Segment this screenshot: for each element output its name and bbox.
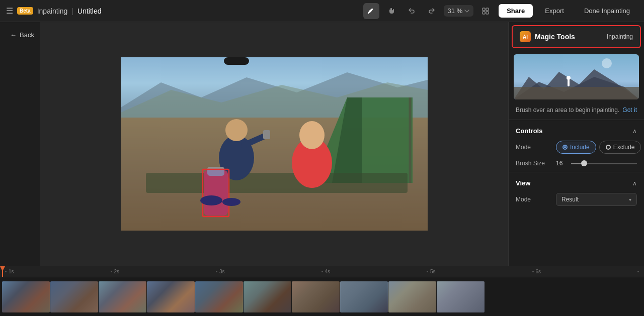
zoom-level: 31 % [448,7,463,15]
controls-collapse-icon[interactable]: ∧ [632,128,637,135]
select-arrow-icon: ▾ [629,197,631,202]
preview-svg [514,54,639,99]
thumb-5 [195,281,243,312]
brush-size-label: Brush Size [516,160,551,167]
ruler-label-6s: 6s [534,269,638,274]
export-button[interactable]: Export [537,4,572,18]
back-arrow-icon: ← [10,31,17,39]
thumb-strip [2,281,485,312]
exclude-mode-button[interactable]: Exclude [599,141,641,154]
svg-point-30 [602,58,612,68]
include-radio-dot [562,145,568,150]
doc-title: Untitled [77,7,101,15]
mode-buttons: Include Exclude [556,141,641,154]
divider-2 [509,172,644,172]
back-button[interactable]: ← Back [4,28,36,42]
right-panel: AI Magic Tools Inpainting [508,22,644,266]
brush-tool-button[interactable] [363,3,379,19]
magic-tools-left: AI Magic Tools [520,31,575,42]
timeline-area: 1s 2s 3s 4s 5s 6s [0,266,644,316]
magic-tools-label: Magic Tools [535,33,575,41]
brush-size-slider[interactable] [571,163,637,164]
app-title: Inpainting [37,7,68,15]
svg-rect-0 [482,8,485,11]
ruler-dot-6 [637,271,639,272]
brush-size-value: 16 [556,160,566,167]
instruction-text: Brush over an area to begin inpainting. [516,107,619,114]
exclude-label: Exclude [613,144,635,151]
svg-rect-22 [204,170,228,216]
view-mode-value: Result [561,196,579,203]
svg-rect-31 [568,79,570,86]
topbar-left: ☰ Beta Inpainting | Untitled [6,6,358,16]
brush-slider-thumb[interactable] [581,160,587,166]
thumb-4 [147,281,195,312]
include-label: Include [570,144,590,151]
view-mode-select[interactable]: Result ▾ [556,193,637,206]
got-it-link[interactable]: Got it [622,107,637,114]
svg-rect-12 [146,173,408,193]
scene-svg [121,57,428,231]
svg-point-32 [567,76,571,80]
preview-thumbnail [514,54,639,99]
topbar-center: 31 % [363,3,494,19]
view-mode-row: Mode Result ▾ [509,190,644,209]
svg-rect-1 [486,8,489,11]
thumb-8 [340,281,388,312]
top-bar: ☰ Beta Inpainting | Untitled 31 % [0,0,644,22]
back-label: Back [20,31,34,39]
thumb-1 [2,281,50,312]
divider-1 [509,120,644,120]
controls-title: Controls [516,127,542,135]
zoom-control[interactable]: 31 % [444,5,474,17]
mode-row: Mode Include Exclude [509,138,644,157]
timeline-ruler: 1s 2s 3s 4s 5s 6s [0,266,644,277]
brush-size-row: Brush Size 16 [509,157,644,170]
done-inpainting-button[interactable]: Done Inpainting [576,4,638,18]
thumb-9 [388,281,436,312]
view-collapse-icon[interactable]: ∧ [632,180,637,187]
svg-point-14 [225,119,248,141]
svg-rect-2 [482,12,485,14]
left-sidebar: ← Back [0,22,40,266]
svg-rect-3 [486,12,489,14]
undo-button[interactable] [404,3,420,19]
ruler-label-1s: 1s [7,269,111,274]
mode-label: Mode [516,144,551,151]
canvas-image [121,57,428,231]
svg-point-24 [200,195,222,205]
menu-icon[interactable]: ☰ [6,6,13,16]
timeline-track[interactable] [0,277,644,316]
view-title: View [516,179,530,187]
view-section-header: View ∧ [509,174,644,190]
thumb-3 [99,281,146,312]
main-layout: ← Back [0,22,644,266]
ruler-label-3s: 3s [217,269,321,274]
controls-section-header: Controls ∧ [509,122,644,138]
view-mode-label: Mode [516,196,551,203]
canvas-area[interactable] [40,22,508,266]
ruler-label-2s: 2s [112,269,216,274]
thumb-6 [244,281,291,312]
hand-tool-button[interactable] [383,3,399,19]
instruction-row: Brush over an area to begin inpainting. … [509,102,644,118]
svg-point-25 [222,198,240,206]
thumb-2 [50,281,98,312]
inpainting-panel-label: Inpainting [607,33,633,40]
topbar-right: Share Export Done Inpainting [499,4,638,18]
include-mode-button[interactable]: Include [556,141,596,154]
ruler-marks: 1s 2s 3s 4s 5s 6s [5,269,639,274]
redo-button[interactable] [424,3,440,19]
ai-icon: AI [520,31,531,42]
fullscreen-button[interactable] [477,3,494,19]
svg-rect-15 [224,57,249,65]
share-button[interactable]: Share [499,4,533,18]
ruler-label-4s: 4s [323,269,427,274]
svg-point-17 [299,121,325,149]
beta-badge: Beta [17,7,33,15]
separator: | [71,7,73,15]
svg-rect-19 [263,130,270,139]
thumb-10 [437,281,485,312]
ruler-label-5s: 5s [428,269,532,274]
magic-tools-header: AI Magic Tools Inpainting [512,25,641,48]
